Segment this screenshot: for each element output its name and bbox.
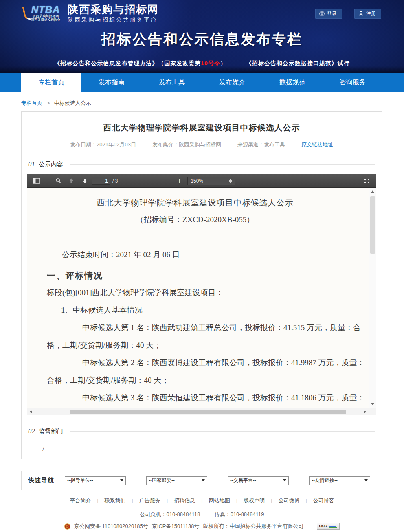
page-total: / 3 (112, 178, 118, 184)
cnzz-label: CNZZ (319, 524, 328, 528)
pdf-page-area: 西北大学物理学院学科展室建设项目中标候选人公示 （招标编号：ZXCD-2020X… (27, 188, 376, 408)
section1-title: 公示内容 (39, 161, 63, 168)
footer-legal-line: 京公网安备 11010802020185号 京ICP备15011138号 版权所… (0, 523, 404, 530)
doc-line: 1、中标候选人基本情况 (47, 301, 343, 319)
section2-number: 02 (28, 427, 35, 435)
login-label: 登录 (327, 10, 337, 17)
section-header-content: 01 公示内容 (28, 160, 375, 169)
register-label: 注册 (366, 10, 376, 17)
banner-title: 招标公告和公示信息发布专栏 (0, 30, 404, 49)
site-subtitle: 陕西采购与招标公共服务平台 (68, 16, 159, 24)
fax-number: 010-88484119 (231, 511, 264, 517)
zoom-level-select[interactable]: 150% (187, 177, 235, 185)
hero-banner: NTBA 陕西采购与招标网 陕西省招标投标协会 陕西采购与招标网 陕西采购与招标… (0, 0, 404, 73)
pdf-toolbar: / 3 − + 150% (27, 174, 376, 188)
source-channel: 来源渠道：发布工具 (237, 141, 285, 148)
footer-link-blog[interactable]: 公司博客 (313, 497, 334, 503)
previous-page-button[interactable] (66, 176, 76, 186)
scroll-down-arrow-icon[interactable] (371, 403, 374, 405)
footer-links: 平台简介联系我们广告服务招聘信息网站地图版权声明公司微博公司博客 (0, 497, 404, 504)
section1-divider (70, 164, 375, 165)
tab-publish-tools[interactable]: 发布工具 (142, 73, 202, 92)
login-person-circle-icon (319, 11, 325, 16)
vertical-scroll-thumb[interactable] (370, 196, 375, 254)
icp-beian: 京ICP备15011138号 (152, 523, 200, 530)
section1-number: 01 (28, 160, 35, 168)
copyright-text: 版权所有：中国招标公共服务平台有限公司 (203, 523, 303, 530)
doc-line: 中标候选人第 2 名：陕西襄博建设工程有限公司，投标报价：41.9987 万元，… (47, 354, 343, 371)
breadcrumb: 专栏首页 > 中标候选人公示 (21, 99, 404, 106)
spinner-arrows-icon (229, 179, 232, 183)
horizontal-scrollbar[interactable] (27, 408, 376, 415)
dropdown-value: --交易平台-- (230, 477, 256, 484)
breadcrumb-current: 中标候选人公示 (54, 100, 91, 106)
original-link[interactable]: 原文链接地址 (301, 141, 333, 148)
dropdown-trading-platforms[interactable]: --交易平台-- (228, 476, 289, 485)
dropdown-value: --指导单位-- (67, 477, 93, 484)
footer-contact-line: 公司总机：010-88484118 传真：010-88484119 (0, 511, 404, 518)
police-badge-icon (64, 523, 70, 530)
gongan-beian: 京公网安备 11010802020185号 (74, 523, 148, 530)
footer-link-jobs[interactable]: 招聘信息 (174, 497, 209, 503)
logo-line2: 陕西省招标投标协会 (31, 18, 60, 22)
zoom-out-button[interactable]: − (163, 177, 171, 185)
register-button[interactable]: 注册 (354, 9, 381, 19)
main-nav: 专栏首页 发布指南 发布工具 发布媒介 数据规范 咨询服务 (0, 73, 404, 92)
footer-link-sitemap[interactable]: 网站地图 (209, 497, 244, 503)
sidebar-toggle-icon (33, 178, 40, 184)
tab-publish-media[interactable]: 发布媒介 (202, 73, 262, 92)
quick-nav-bar: 快速导航 --指导单位-- --国家部委-- --交易平台-- --友情链接-- (21, 471, 382, 490)
tab-column-home[interactable]: 专栏首页 (21, 73, 81, 92)
logo-acronym: NTBA (31, 5, 60, 14)
notice-standard: 《招标公告和公示数据接口规范》试行 (246, 60, 350, 66)
footer-link-weibo[interactable]: 公司微博 (278, 497, 313, 503)
search-button[interactable] (53, 176, 63, 186)
cnzz-stats-badge[interactable]: CNZZ (317, 523, 340, 530)
logo-line1: 陕西采购与招标网 (33, 14, 59, 18)
site-header: NTBA 陕西采购与招标网 陕西省招标投标协会 陕西采购与招标网 陕西采购与招标… (0, 0, 404, 24)
search-icon (55, 178, 61, 184)
site-title: 陕西采购与招标网 (68, 3, 159, 15)
footer-link-about[interactable]: 平台简介 (70, 497, 104, 503)
next-page-button[interactable] (80, 176, 90, 186)
doc-line: 合格，工期/交货期/服务期：40 天； (47, 371, 343, 389)
article-meta: 发布日期：2021年02月03日 发布媒介：陕西采购与招标网 来源渠道：发布工具… (27, 141, 376, 148)
sidebar-toggle-button[interactable] (31, 176, 41, 186)
scroll-up-arrow-icon[interactable] (371, 190, 374, 193)
site-logo[interactable]: NTBA 陕西采购与招标网 陕西省招标投标协会 (24, 5, 60, 22)
cnzz-bars-icon (329, 525, 338, 528)
chevron-down-icon (283, 479, 286, 481)
section2-divider (70, 431, 375, 432)
vertical-scrollbar[interactable] (369, 188, 376, 408)
doc-line: 中标候选人第 3 名：陕西荣恒建设工程有限公司，投标报价：41.1806 万元，… (47, 389, 343, 406)
notice-regulation: 《招标公告和公示信息发布管理办法》（国家发改委第10号令） (54, 60, 226, 66)
doc-line: 中标候选人第 1 名：陕西武功建筑工程总公司，投标报价：41.515 万元，质量… (47, 319, 343, 336)
logo-swoosh-icon (22, 6, 32, 21)
footer-link-contact[interactable]: 联系我们 (105, 497, 139, 503)
footer-link-copyright-notice[interactable]: 版权声明 (244, 497, 278, 503)
breadcrumb-separator: > (47, 100, 50, 106)
breadcrumb-home-link[interactable]: 专栏首页 (21, 100, 42, 106)
doc-tender-number: （招标编号：ZXCD-2020XB-055） (47, 214, 343, 225)
quick-nav-label: 快速导航 (28, 477, 54, 484)
doc-line: 标段(包)[001]西北大学物理学院学科展室建设项目： (47, 284, 343, 301)
scroll-left-arrow-icon[interactable] (30, 410, 32, 413)
horizontal-scroll-thumb[interactable] (70, 410, 346, 414)
footer-link-ads[interactable]: 广告服务 (139, 497, 174, 503)
doc-title: 西北大学物理学院学科展室建设项目中标候选人公示 (47, 197, 343, 208)
dropdown-state-ministries[interactable]: --国家部委-- (146, 476, 207, 485)
fullscreen-button[interactable] (362, 176, 372, 186)
scroll-right-arrow-icon[interactable] (364, 410, 366, 413)
tab-publish-guide[interactable]: 发布指南 (81, 73, 142, 92)
chevron-down-icon (202, 479, 205, 481)
zoom-in-button[interactable]: + (175, 177, 183, 185)
site-brand: 陕西采购与招标网 陕西采购与招标公共服务平台 (68, 3, 159, 24)
pdf-viewer: / 3 − + 150% (27, 174, 376, 415)
dropdown-friendly-links[interactable]: --友情链接-- (309, 476, 370, 485)
tab-consult-service[interactable]: 咨询服务 (323, 73, 383, 92)
login-button[interactable]: 登录 (315, 9, 342, 19)
dropdown-guiding-units[interactable]: --指导单位-- (65, 476, 126, 485)
page-number-input[interactable] (92, 177, 110, 185)
tab-data-standard[interactable]: 数据规范 (262, 73, 323, 92)
chevron-down-icon (364, 479, 368, 481)
